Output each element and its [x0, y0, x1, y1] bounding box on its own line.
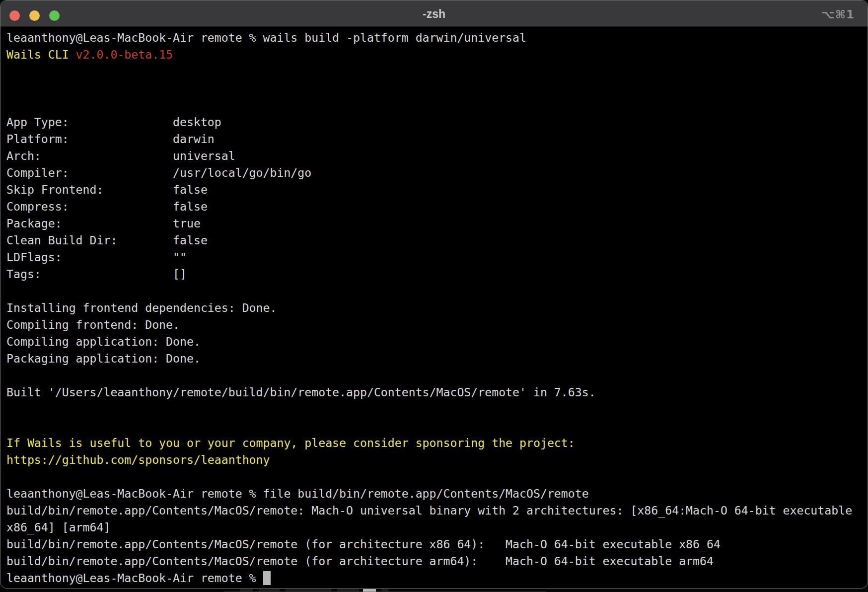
prompt-line-active: leaanthony@Leas-MacBook-Air remote %: [6, 570, 868, 587]
config-ldflags: LDFlags: "": [6, 249, 868, 266]
terminal-text: Arch: universal: [6, 149, 235, 162]
terminal-text: x86_64] [arm64]: [6, 520, 110, 534]
terminal-text: LDFlags: "": [6, 250, 187, 264]
blank-line: [6, 468, 868, 485]
step-installing-deps: Installing frontend dependencies: Done.: [6, 299, 868, 316]
window-titlebar[interactable]: -zsh ⌥⌘1: [0, 0, 868, 27]
terminal-text: Skip Frontend: false: [6, 183, 208, 196]
config-platform: Platform: darwin: [6, 131, 868, 148]
config-skip-frontend: Skip Frontend: false: [6, 181, 868, 198]
terminal-cursor: [263, 571, 271, 585]
sponsor-link[interactable]: https://github.com/sponsors/leaanthony: [6, 453, 270, 466]
background-window-strip: [0, 589, 868, 592]
terminal-text: If Wails is useful to you or your compan…: [6, 436, 575, 449]
prompt-line-wails-build: leaanthony@Leas-MacBook-Air remote % wai…: [6, 29, 868, 46]
config-compress: Compress: false: [6, 198, 868, 215]
terminal-text: leaanthony@Leas-MacBook-Air remote % wai…: [6, 31, 526, 44]
terminal-text: leaanthony@Leas-MacBook-Air remote % fil…: [6, 487, 589, 500]
wails-cli-label: Wails CLI: [6, 48, 76, 61]
terminal-text: Package: true: [6, 217, 201, 230]
terminal-text: Packaging application: Done.: [6, 352, 201, 365]
terminal-text: Built '/Users/leaanthony/remote/build/bi…: [6, 385, 596, 399]
terminal-text: Clean Build Dir: false: [6, 233, 208, 247]
prompt-line-file-command: leaanthony@Leas-MacBook-Air remote % fil…: [6, 485, 868, 502]
blank-line: [6, 418, 868, 435]
tab-shortcut-hint: ⌥⌘1: [821, 0, 855, 27]
wails-version-line: Wails CLI v2.0.0-beta.15: [6, 46, 868, 63]
blank-line: [6, 401, 868, 418]
terminal-screen[interactable]: leaanthony@Leas-MacBook-Air remote % wai…: [0, 27, 868, 588]
file-output-arm64: build/bin/remote.app/Contents/MacOS/remo…: [6, 553, 868, 570]
file-output-universal-binary-wrap: x86_64] [arm64]: [6, 519, 868, 536]
step-compiling-frontend: Compiling frontend: Done.: [6, 316, 868, 333]
config-app-type: App Type: desktop: [6, 114, 868, 131]
terminal-text: Compiling application: Done.: [6, 335, 201, 348]
blank-line: [6, 283, 868, 299]
built-result-line: Built '/Users/leaanthony/remote/build/bi…: [6, 384, 868, 401]
wails-version: v2.0.0-beta.15: [76, 48, 173, 61]
terminal-text: Tags: []: [6, 267, 187, 281]
terminal-text: build/bin/remote.app/Contents/MacOS/remo…: [6, 554, 714, 568]
config-compiler: Compiler: /usr/local/go/bin/go: [6, 164, 868, 181]
sponsor-url-line: https://github.com/sponsors/leaanthony: [6, 451, 868, 468]
config-package: Package: true: [6, 215, 868, 232]
config-clean-build-dir: Clean Build Dir: false: [6, 232, 868, 249]
terminal-text: build/bin/remote.app/Contents/MacOS/remo…: [6, 504, 852, 517]
terminal-text: App Type: desktop: [6, 115, 221, 129]
blank-line: [6, 80, 868, 97]
sponsor-message-line: If Wails is useful to you or your compan…: [6, 435, 868, 451]
terminal-text: leaanthony@Leas-MacBook-Air remote %: [6, 571, 263, 585]
blank-line: [6, 97, 868, 114]
terminal-text: Compiling frontend: Done.: [6, 318, 180, 331]
terminal-text: Compress: false: [6, 200, 208, 213]
terminal-text: Compiler: /usr/local/go/bin/go: [6, 166, 311, 179]
config-arch: Arch: universal: [6, 148, 868, 164]
blank-line: [6, 367, 868, 384]
step-compiling-application: Compiling application: Done.: [6, 333, 868, 350]
blank-line: [6, 63, 868, 80]
step-packaging-application: Packaging application: Done.: [6, 350, 868, 367]
window-title: -zsh: [0, 0, 868, 27]
terminal-text: Platform: darwin: [6, 132, 215, 146]
terminal-window: -zsh ⌥⌘1 leaanthony@Leas-MacBook-Air rem…: [0, 0, 868, 589]
terminal-text: Installing frontend dependencies: Done.: [6, 301, 277, 314]
terminal-text: build/bin/remote.app/Contents/MacOS/remo…: [6, 537, 721, 551]
config-tags: Tags: []: [6, 266, 868, 283]
file-output-universal-binary: build/bin/remote.app/Contents/MacOS/remo…: [6, 502, 868, 519]
file-output-x86-64: build/bin/remote.app/Contents/MacOS/remo…: [6, 536, 868, 553]
